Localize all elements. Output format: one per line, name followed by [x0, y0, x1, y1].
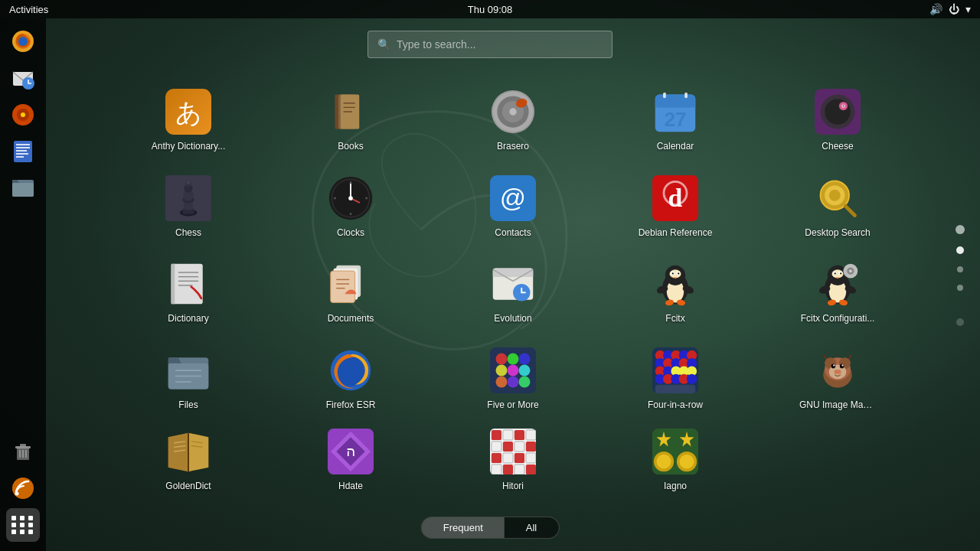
svg-rect-185 — [503, 442, 513, 452]
app-anthy-dictionary[interactable]: あ Anthy Dictionary... — [142, 81, 234, 158]
app-files[interactable]: Files — [142, 340, 234, 416]
dictionary-label: Dictionary — [168, 313, 208, 324]
four-in-a-row-icon — [651, 346, 700, 395]
calendar-icon: 27 — [651, 87, 700, 136]
svg-point-66 — [365, 197, 368, 199]
svg-rect-182 — [514, 430, 524, 440]
svg-point-164 — [831, 364, 836, 368]
svg-rect-193 — [503, 465, 513, 474]
svg-point-130 — [519, 353, 531, 364]
app-four-in-a-row[interactable]: Four-in-a-row — [629, 340, 721, 416]
svg-rect-77 — [172, 264, 175, 305]
app-fcitx-configuration[interactable]: Fcitx Configurati... — [792, 253, 884, 330]
svg-rect-12 — [16, 153, 28, 155]
app-fcitx[interactable]: Fcitx — [629, 253, 721, 330]
svg-text:あ: あ — [175, 99, 202, 127]
page-dot-5[interactable] — [956, 318, 964, 326]
app-five-or-more[interactable]: Five or More — [467, 340, 559, 416]
app-contacts[interactable]: @ Contacts — [467, 168, 559, 244]
chess-icon — [164, 174, 213, 223]
svg-point-2 — [18, 37, 28, 46]
svg-point-110 — [835, 273, 836, 275]
svg-rect-39 — [663, 93, 666, 99]
svg-rect-11 — [16, 150, 27, 152]
sidebar-item-mail[interactable] — [6, 61, 40, 95]
svg-point-168 — [834, 370, 841, 374]
show-all-apps-button[interactable] — [6, 508, 40, 542]
app-dictionary[interactable]: Dictionary — [142, 253, 234, 330]
sidebar-item-rhythmbox[interactable] — [6, 98, 40, 132]
app-cheese[interactable]: Cheese — [792, 81, 884, 158]
debian-reference-icon: d — [651, 174, 700, 223]
sidebar-item-writer[interactable] — [6, 135, 40, 168]
app-chess[interactable]: Chess — [142, 168, 234, 244]
svg-point-165 — [840, 364, 844, 368]
sidebar-item-files[interactable] — [6, 171, 40, 205]
svg-point-111 — [840, 273, 841, 275]
activities-button[interactable]: Activities — [9, 4, 48, 15]
power-icon[interactable]: ⏻ — [949, 3, 959, 15]
search-container: 🔍 — [368, 31, 612, 58]
evolution-label: Evolution — [494, 313, 531, 324]
hitori-icon — [488, 427, 537, 476]
app-hitori[interactable]: Hitori — [467, 421, 559, 497]
svg-rect-40 — [684, 93, 688, 99]
page-dot-3[interactable] — [957, 266, 963, 272]
sidebar-item-liferea[interactable] — [6, 471, 40, 505]
svg-rect-76 — [172, 264, 203, 305]
app-iagno[interactable]: Iagno — [629, 421, 721, 497]
svg-rect-187 — [526, 442, 536, 452]
svg-rect-9 — [16, 144, 30, 145]
tab-all[interactable]: All — [505, 517, 558, 538]
app-evolution[interactable]: Evolution — [467, 253, 559, 330]
svg-rect-186 — [514, 442, 524, 452]
sidebar-item-trash[interactable] — [6, 435, 40, 468]
svg-point-200 — [657, 455, 671, 469]
page-dot-1[interactable] — [956, 225, 965, 234]
app-hdate[interactable]: ה Hdate — [305, 421, 397, 497]
app-debian-reference[interactable]: d Debian Reference — [629, 168, 721, 244]
books-icon — [326, 87, 375, 136]
page-dot-4[interactable] — [957, 285, 963, 291]
app-brasero[interactable]: Brasero — [467, 81, 559, 158]
tab-frequent[interactable]: Frequent — [422, 517, 505, 538]
volume-icon[interactable]: 🔊 — [929, 3, 942, 15]
svg-text:ה: ה — [346, 443, 355, 459]
hitori-label: Hitori — [502, 481, 524, 491]
app-books[interactable]: Books — [305, 81, 397, 158]
search-box[interactable]: 🔍 — [368, 31, 612, 58]
app-goldendict[interactable]: GoldenDict — [142, 421, 234, 497]
anthy-dictionary-icon: あ — [164, 87, 213, 136]
fcitx-configuration-icon — [813, 259, 862, 308]
sidebar-item-firefox[interactable] — [6, 24, 40, 58]
anthy-dictionary-label: Anthy Dictionary... — [152, 141, 225, 152]
search-icon: 🔍 — [377, 38, 390, 51]
svg-rect-181 — [503, 430, 513, 440]
svg-point-136 — [519, 376, 531, 387]
svg-rect-37 — [655, 103, 696, 108]
app-firefox-esr[interactable]: Firefox ESR — [305, 340, 397, 416]
svg-point-131 — [496, 364, 508, 376]
settings-icon[interactable]: ▾ — [965, 3, 971, 15]
hdate-icon: ה — [326, 427, 375, 476]
app-gnu-image-manipulation[interactable]: GNU Image Man... — [792, 340, 884, 416]
svg-text:d: d — [668, 184, 683, 212]
dictionary-icon — [164, 259, 213, 308]
svg-rect-13 — [16, 156, 24, 158]
svg-rect-195 — [526, 465, 536, 474]
fcitx-label: Fcitx — [665, 313, 684, 324]
app-clocks[interactable]: Clocks — [305, 168, 397, 244]
app-documents[interactable]: Documents — [305, 253, 397, 330]
page-dot-2[interactable] — [956, 246, 964, 254]
iagno-label: Iagno — [664, 481, 687, 491]
svg-point-166 — [833, 364, 835, 366]
svg-point-118 — [849, 270, 852, 273]
cheese-label: Cheese — [822, 141, 853, 152]
app-calendar[interactable]: 27 Calendar — [629, 81, 721, 158]
svg-point-157 — [687, 373, 697, 383]
files-label: Files — [178, 399, 198, 410]
search-input[interactable] — [397, 38, 603, 51]
desktop-search-label: Desktop Search — [805, 227, 870, 238]
topbar-right-controls: 🔊 ⏻ ▾ — [929, 3, 971, 15]
app-desktop-search[interactable]: Desktop Search — [792, 168, 884, 244]
